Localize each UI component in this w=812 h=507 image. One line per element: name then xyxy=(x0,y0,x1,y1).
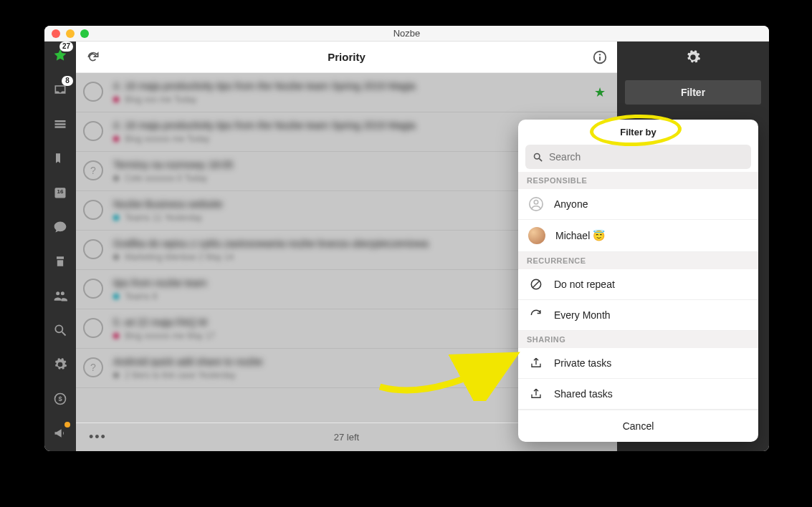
svg-line-14 xyxy=(532,281,540,288)
svg-point-12 xyxy=(534,201,538,205)
svg-line-10 xyxy=(539,158,542,161)
filter-cancel-button[interactable]: Cancel xyxy=(518,410,758,442)
sidebar-settings[interactable] xyxy=(44,355,76,374)
filter-search-input[interactable] xyxy=(549,151,744,163)
filter-popup-title: Filter by xyxy=(518,120,758,145)
svg-rect-8 xyxy=(599,57,601,61)
task-checkbox[interactable] xyxy=(83,279,103,299)
task-checkbox[interactable] xyxy=(83,200,103,220)
task-meta: Blog xxx me Today xyxy=(113,95,584,105)
share-icon xyxy=(528,355,544,371)
sidebar-priority[interactable]: 27 xyxy=(44,46,76,64)
filter-option-label: Anyone xyxy=(554,198,588,210)
filter-button-label: Filter xyxy=(681,87,705,98)
filter-option-label: Every Month xyxy=(554,309,611,321)
filter-option-anyone[interactable]: Anyone xyxy=(518,189,758,220)
svg-point-2 xyxy=(55,325,62,332)
task-checkbox[interactable] xyxy=(83,82,103,102)
filter-option-label: Michael 😇 xyxy=(555,230,605,241)
sidebar-search[interactable] xyxy=(44,321,76,339)
filter-button[interactable]: Filter xyxy=(625,80,761,105)
filter-option-user-michael[interactable]: Michael 😇 xyxy=(518,220,758,252)
svg-text:$: $ xyxy=(58,395,62,402)
sidebar-comments[interactable] xyxy=(44,218,76,236)
info-button[interactable] xyxy=(583,49,617,65)
left-sidebar: 27 8 16 xyxy=(44,42,76,451)
sidebar-projects[interactable] xyxy=(44,115,76,133)
inbox-badge: 8 xyxy=(62,76,73,86)
svg-line-3 xyxy=(62,332,66,336)
svg-point-9 xyxy=(535,153,540,159)
task-checkbox[interactable]: ? xyxy=(83,357,103,377)
filter-popup: Filter by RESPONSIBLE Anyone Michael 😇 R… xyxy=(518,120,758,442)
filter-section-recurrence: RECURRENCE xyxy=(518,252,758,269)
filter-option-label: Do not repeat xyxy=(554,279,615,290)
sidebar-announce[interactable] xyxy=(44,424,76,443)
titlebar: Nozbe xyxy=(44,26,769,42)
share-icon xyxy=(528,386,544,402)
task-checkbox[interactable]: ? xyxy=(83,160,103,180)
announce-dot xyxy=(65,422,70,428)
filter-option-shared-tasks[interactable]: Shared tasks xyxy=(518,379,758,410)
priority-badge: 27 xyxy=(59,42,73,52)
repeat-icon xyxy=(528,307,544,323)
task-checkbox[interactable] xyxy=(83,239,103,259)
sidebar-team[interactable] xyxy=(44,286,76,305)
task-checkbox[interactable] xyxy=(83,318,103,338)
task-body: 4.16 maja productivity tips from the Noz… xyxy=(113,80,584,105)
person-icon xyxy=(528,196,544,212)
svg-point-7 xyxy=(599,54,601,55)
filter-section-sharing: SHARING xyxy=(518,331,758,348)
no-repeat-icon xyxy=(528,276,544,292)
filter-option-every-month[interactable]: Every Month xyxy=(518,300,758,331)
sidebar-templates[interactable] xyxy=(44,252,76,271)
task-row[interactable]: 4.16 maja productivity tips from the Noz… xyxy=(76,73,617,112)
filter-option-label: Private tasks xyxy=(554,357,611,369)
filter-option-private-tasks[interactable]: Private tasks xyxy=(518,348,758,379)
main-header: Priority xyxy=(76,42,617,73)
search-icon xyxy=(532,152,543,163)
sidebar-categories[interactable] xyxy=(44,149,76,168)
sidebar-inbox[interactable]: 8 xyxy=(44,80,76,99)
filter-option-no-repeat[interactable]: Do not repeat xyxy=(518,269,758,300)
calendar-day: 16 xyxy=(57,188,64,195)
sidebar-account[interactable]: $ xyxy=(44,390,76,408)
star-icon[interactable]: ★ xyxy=(594,84,606,100)
window-title: Nozbe xyxy=(44,28,769,39)
page-title: Priority xyxy=(76,51,617,63)
right-settings-button[interactable] xyxy=(617,42,769,73)
refresh-button[interactable] xyxy=(76,50,110,64)
avatar xyxy=(528,227,545,244)
sidebar-calendar[interactable]: 16 xyxy=(44,183,76,202)
task-checkbox[interactable] xyxy=(83,121,103,141)
filter-search-field[interactable] xyxy=(525,145,751,169)
task-title: 4.16 maja productivity tips from the Noz… xyxy=(113,80,584,92)
filter-section-responsible: RESPONSIBLE xyxy=(518,172,758,189)
filter-option-label: Shared tasks xyxy=(554,388,613,400)
